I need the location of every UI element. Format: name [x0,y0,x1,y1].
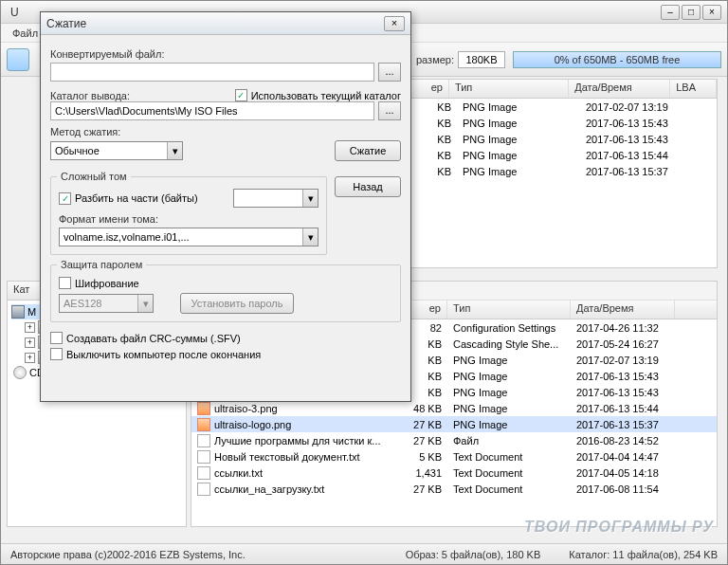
table-row[interactable]: Лучшие программы для чистки к...27 KBФай… [191,432,717,448]
chevron-down-icon: ▾ [302,228,318,246]
chevron-down-icon: ▾ [167,142,182,159]
col-type[interactable]: Тип [449,80,569,98]
crc-label: Создавать файл CRC-суммы (.SFV) [66,333,241,344]
compression-dialog: Сжатие × Конвертируемый файл: ... Катало… [40,11,411,402]
maximize-button[interactable]: □ [682,5,701,20]
browse-input-button[interactable]: ... [378,63,401,82]
convert-file-label: Конвертируемый файл: [50,48,401,60]
shutdown-checkbox[interactable] [50,348,63,360]
table-row[interactable]: ссылки_на_загрузку.txt27 KBText Document… [191,481,717,497]
output-dir-label: Каталог вывода: [50,90,130,101]
crc-checkbox[interactable] [50,332,63,344]
tree-expand-icon[interactable]: + [25,322,35,333]
convert-file-input[interactable] [50,63,374,82]
file-icon [197,402,210,415]
method-label: Метод сжатия: [50,126,401,137]
file-icon [197,466,210,480]
volume-groupbox: Сложный том ✓ Разбить на части (байты) ▾… [50,176,327,255]
table-row[interactable]: ultraiso-logo.png27 KBPNG Image2017-06-1… [191,416,717,432]
volume-group-title: Сложный том [57,171,131,182]
encryption-combo: AES128 ▾ [59,294,154,313]
volume-format-label: Формат имени тома: [59,213,318,225]
close-button[interactable]: × [702,5,721,20]
copyright-text: Авторские права (c)2002-2016 EZB Systems… [10,549,246,560]
password-group-title: Защита паролем [57,259,146,270]
split-label: Разбить на части (байты) [75,192,198,204]
output-dir-input[interactable] [50,101,374,120]
split-checkbox[interactable]: ✓ [59,192,71,205]
browse-output-button[interactable]: ... [378,101,401,120]
password-groupbox: Защита паролем Шифрование AES128 ▾ Устан… [50,264,401,322]
watermark: ТВОИ ПРОГРАММЫ РУ [524,519,714,536]
col-type[interactable]: Тип [447,301,571,319]
dialog-title: Сжатие [46,17,384,30]
use-current-dir-label: Использовать текущий каталог [251,90,401,101]
menu-file[interactable]: Файл [7,26,44,41]
progress-bar: 0% of 650MB - 650MB free [513,51,721,68]
method-combo[interactable]: Обычное ▾ [50,141,183,160]
statusbar: Авторские права (c)2002-2016 EZB Systems… [1,543,727,564]
shutdown-label: Выключить компьютер после окончания [66,349,261,360]
size-label: размер: [416,54,454,65]
table-row[interactable]: Новый текстовый документ.txt5 KBText Doc… [191,448,717,465]
split-size-combo[interactable]: ▾ [233,189,318,208]
chevron-down-icon: ▾ [137,295,153,312]
table-row[interactable]: ссылки.txt1,431Text Document2017-04-05 1… [191,465,717,481]
size-value: 180KB [458,51,505,68]
col-date[interactable]: Дата/Время [571,301,675,319]
dialog-close-button[interactable]: × [384,16,405,31]
file-icon [197,418,210,431]
dialog-titlebar[interactable]: Сжатие × [41,12,410,35]
minimize-button[interactable]: – [661,5,680,20]
encryption-checkbox[interactable] [59,277,71,289]
file-icon [197,483,210,496]
image-summary: Образ: 5 файла(ов), 180 KB [406,549,541,560]
encryption-label: Шифрование [75,278,139,289]
cd-icon [13,366,27,379]
col-lba[interactable]: LBA [670,80,717,98]
file-icon [197,434,210,447]
volume-format-combo[interactable]: volname.isz,volname.i01,... ▾ [59,228,318,246]
tree-expand-icon[interactable]: + [25,337,35,348]
chevron-down-icon: ▾ [302,190,318,207]
tree-expand-icon[interactable]: + [25,353,35,363]
col-date[interactable]: Дата/Время [569,80,670,98]
new-icon[interactable] [7,48,29,71]
file-icon [197,450,210,464]
back-button[interactable]: Назад [335,176,401,197]
catalog-summary: Каталог: 11 файла(ов), 254 KB [569,549,718,560]
table-row[interactable]: ultraiso-3.png48 KBPNG Image2017-06-13 1… [191,400,717,416]
use-current-dir-checkbox[interactable]: ✓ [235,89,247,101]
computer-icon [11,305,25,319]
set-password-button: Установить пароль [180,293,294,314]
compress-button[interactable]: Сжатие [335,140,401,161]
